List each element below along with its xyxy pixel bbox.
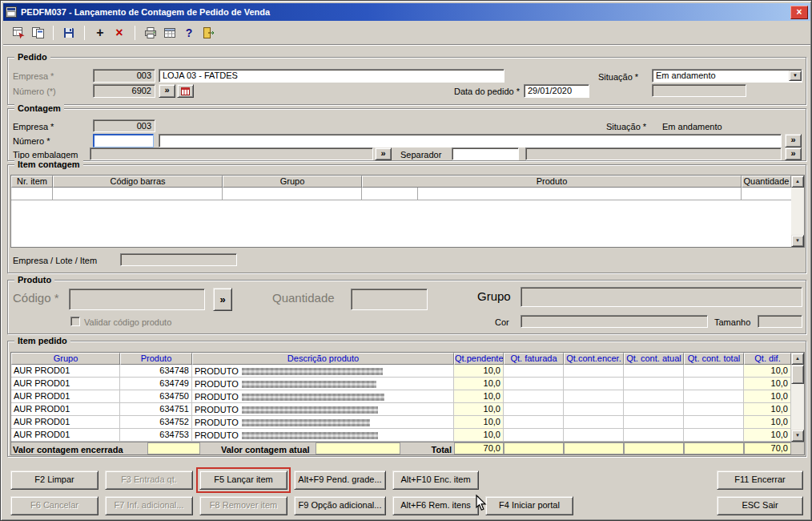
f8-remover-item-button: F8 Remover item <box>199 496 287 515</box>
esc-sair-button[interactable]: ESC Sair <box>717 496 803 515</box>
produto-codigo-lookup-button[interactable]: » <box>213 288 232 311</box>
toolbar-print-button[interactable] <box>141 23 160 42</box>
pedido-situacao-label: Situação * <box>598 71 638 83</box>
redacted-text <box>242 381 376 388</box>
toolbar-save-button[interactable] <box>59 23 78 42</box>
scroll-up-icon[interactable]: ▲ <box>791 353 804 365</box>
scroll-up-icon[interactable]: ▲ <box>791 176 804 188</box>
total-dif-field: 70,0 <box>744 442 791 454</box>
column-header: Qt.pendente <box>454 353 504 365</box>
redacted-text <box>242 432 378 439</box>
pedido-empresa-name-field: LOJA 03 - FATDES <box>159 69 504 83</box>
f11-encerrar-button[interactable]: F11 Encerrar <box>717 471 803 490</box>
pedido-situacao-select[interactable]: Em andamento ▼ <box>652 69 802 83</box>
pedido-numero-label: Número (*) <box>13 86 56 97</box>
column-header: Qt. cont. atual <box>624 353 684 365</box>
toolbar-navigate-button[interactable] <box>9 23 28 42</box>
toolbar-add-button[interactable]: + <box>90 23 110 42</box>
pedido-group: Pedido Empresa * 003 LOJA 03 - FATDES Si… <box>7 57 806 105</box>
f3-entrada-qt-button: F3 Entrada qt. <box>105 471 193 490</box>
toolbar-form-new-button[interactable] <box>28 23 47 42</box>
produto-group: Produto Código * » Quantidade Grupo Vali… <box>7 280 806 334</box>
table-row[interactable]: AUR PROD01 634753 PRODUTO 10,0 10,0 <box>11 429 791 442</box>
table-row[interactable]: AUR PROD01 634750 PRODUTO 10,0 10,0 <box>11 390 791 403</box>
chevron-down-icon[interactable]: ▼ <box>789 71 802 81</box>
produto-cor-field <box>521 315 708 328</box>
pedido-situacao-extra-field <box>652 84 746 97</box>
item-pedido-scrollbar[interactable]: ▲ ▼ <box>791 353 804 442</box>
item-pedido-header: Grupo Produto Descrição produto Qt.pende… <box>11 353 804 365</box>
toolbar-help-button[interactable]: ? <box>179 23 199 42</box>
contagem-numero-input[interactable] <box>93 134 154 147</box>
f4-iniciar-portal-button[interactable]: F4 Iniciar portal <box>485 496 573 515</box>
column-header: Qt.cont.encer. <box>564 353 624 365</box>
pedido-numero-lookup-button[interactable]: » <box>159 84 175 98</box>
f6-cancelar-button: F6 Cancelar <box>10 496 98 515</box>
grid-icon <box>163 26 176 39</box>
item-pedido-group: Item pedido Grupo Produto Descrição prod… <box>7 341 806 457</box>
toolbar-separator <box>135 26 135 40</box>
table-row[interactable]: AUR PROD01 634752 PRODUTO 10,0 10,0 <box>11 416 791 429</box>
scroll-down-icon[interactable]: ▼ <box>791 235 804 247</box>
produto-codigo-field <box>69 289 205 310</box>
help-icon: ? <box>186 27 193 38</box>
pedido-calendar-button[interactable] <box>177 84 194 98</box>
f5-lancar-item-button[interactable]: F5 Lançar item <box>199 471 287 490</box>
tipo-embalagem-lookup-button[interactable]: » <box>375 147 392 160</box>
altf9-pend-grade-button[interactable]: Alt+F9 Pend. grade... <box>294 471 386 490</box>
redacted-text <box>242 394 384 401</box>
validar-codigo-label: Validar código produto <box>84 317 171 328</box>
contagem-numero-desc-field[interactable] <box>159 134 782 147</box>
contagem-situacao-label: Situação * <box>606 121 646 132</box>
window-title: PEDFM037 - Lançamento de Contagem de Ped… <box>21 7 270 17</box>
contagem-group: Contagem Empresa * 003 Situação * Em and… <box>7 108 806 161</box>
table-row[interactable]: AUR PROD01 634751 PRODUTO 10,0 10,0 <box>11 403 791 416</box>
column-header: Código barras <box>53 176 223 188</box>
column-header: Nr. item <box>11 176 53 188</box>
table-row[interactable]: AUR PROD01 634749 PRODUTO 10,0 10,0 <box>11 378 791 390</box>
table-row[interactable]: AUR PROD01 634748 PRODUTO 10,0 10,0 <box>11 365 791 378</box>
separador-field[interactable] <box>452 147 519 160</box>
produto-quantidade-field <box>351 289 428 310</box>
altf10-enc-item-button[interactable]: Alt+F10 Enc. item <box>392 471 479 490</box>
contagem-numero-label: Número * <box>13 135 50 147</box>
scrollbar-thumb[interactable] <box>791 365 804 384</box>
toolbar-grid-button[interactable] <box>160 23 179 42</box>
add-icon: + <box>96 27 103 38</box>
toolbar-delete-button[interactable]: × <box>110 23 129 42</box>
altf6-rem-itens-button[interactable]: Alt+F6 Rem. itens <box>392 496 479 515</box>
produto-group-label: Produto <box>14 274 54 285</box>
separador-lookup-button[interactable]: » <box>785 147 802 160</box>
pedido-numero-field: 6902 <box>93 84 155 98</box>
f9-opcao-adicional-button[interactable]: F9 Opção adicional... <box>294 496 386 515</box>
produto-grupo-field <box>521 287 802 307</box>
item-contagem-scrollbar[interactable]: ▲ ▼ <box>791 176 804 247</box>
total-pendente-field: 70,0 <box>454 442 504 454</box>
f7-inf-adicional-button: F7 Inf. adicional... <box>105 496 193 515</box>
scroll-down-icon[interactable]: ▼ <box>791 430 804 442</box>
f2-limpar-button[interactable]: F2 Limpar <box>10 471 98 490</box>
valor-encerrada-field <box>147 442 200 454</box>
toolbar-separator <box>53 26 54 40</box>
produto-grupo-label: Grupo <box>477 291 511 302</box>
contagem-numero-lookup-button[interactable]: » <box>785 134 802 147</box>
navigate-icon <box>12 26 26 39</box>
item-contagem-header: Nr. item Código barras Grupo Produto Qua… <box>11 176 804 188</box>
item-contagem-body[interactable] <box>11 188 791 247</box>
total-atual-field <box>624 442 684 454</box>
separador-desc-field <box>525 147 782 160</box>
total-encer-field <box>564 442 624 454</box>
toolbar-exit-button[interactable] <box>199 23 218 42</box>
item-contagem-group-label: Item contagem <box>14 159 83 170</box>
data-pedido-field[interactable]: 29/01/2020 <box>524 84 589 98</box>
redacted-text <box>242 406 378 414</box>
valor-encerrada-label: Valor contagem encerrada <box>13 444 123 455</box>
contagem-empresa-label: Empresa * <box>13 121 54 132</box>
toolbar: + × ? <box>3 21 810 45</box>
delete-icon: × <box>115 27 123 38</box>
print-icon <box>144 26 157 39</box>
column-header: Grupo <box>11 353 120 365</box>
close-button[interactable]: × <box>790 6 808 19</box>
item-pedido-group-label: Item pedido <box>14 335 70 346</box>
empty-row[interactable] <box>11 188 791 200</box>
